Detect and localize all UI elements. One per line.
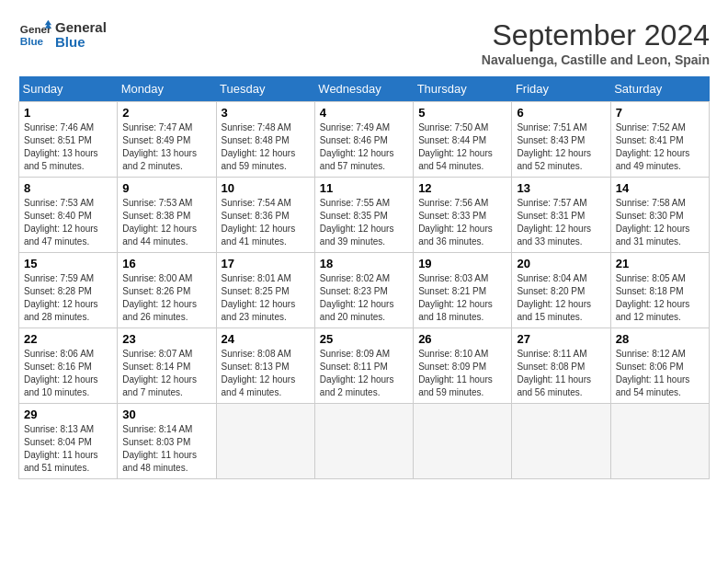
day-number: 22 — [24, 332, 112, 346]
day-header-thursday: Thursday — [414, 76, 512, 102]
day-detail: Sunrise: 7:56 AMSunset: 8:33 PMDaylight:… — [418, 198, 493, 247]
week-row-4: 22 Sunrise: 8:06 AMSunset: 8:16 PMDaylig… — [19, 328, 710, 404]
calendar-cell — [314, 404, 413, 479]
calendar-cell: 19 Sunrise: 8:03 AMSunset: 8:21 PMDaylig… — [414, 253, 512, 328]
day-detail: Sunrise: 8:03 AMSunset: 8:21 PMDaylight:… — [418, 273, 493, 322]
day-number: 18 — [320, 257, 408, 270]
day-detail: Sunrise: 7:51 AMSunset: 8:43 PMDaylight:… — [517, 122, 591, 171]
calendar-cell: 13 Sunrise: 7:57 AMSunset: 8:31 PMDaylig… — [512, 178, 610, 253]
calendar-cell — [610, 404, 709, 479]
day-number: 9 — [122, 181, 210, 195]
day-number: 20 — [517, 257, 605, 270]
calendar-cell: 27 Sunrise: 8:11 AMSunset: 8:08 PMDaylig… — [512, 328, 610, 404]
calendar-cell: 9 Sunrise: 7:53 AMSunset: 8:38 PMDayligh… — [118, 178, 216, 253]
day-number: 26 — [418, 332, 506, 346]
day-number: 8 — [24, 181, 112, 195]
day-header-wednesday: Wednesday — [314, 76, 413, 102]
week-row-2: 8 Sunrise: 7:53 AMSunset: 8:40 PMDayligh… — [19, 178, 710, 253]
day-detail: Sunrise: 8:12 AMSunset: 8:06 PMDaylight:… — [616, 349, 690, 397]
day-detail: Sunrise: 7:59 AMSunset: 8:28 PMDaylight:… — [24, 273, 98, 322]
day-detail: Sunrise: 7:53 AMSunset: 8:38 PMDaylight:… — [122, 198, 197, 247]
calendar-body: 1 Sunrise: 7:46 AMSunset: 8:51 PMDayligh… — [19, 102, 710, 479]
logo-icon: General Blue — [18, 18, 51, 52]
calendar-cell: 25 Sunrise: 8:09 AMSunset: 8:11 PMDaylig… — [314, 328, 413, 404]
day-detail: Sunrise: 8:14 AMSunset: 8:03 PMDaylight:… — [122, 424, 197, 473]
day-detail: Sunrise: 7:47 AMSunset: 8:49 PMDaylight:… — [122, 122, 197, 171]
calendar-cell: 7 Sunrise: 7:52 AMSunset: 8:41 PMDayligh… — [610, 102, 709, 178]
calendar-cell: 14 Sunrise: 7:58 AMSunset: 8:30 PMDaylig… — [610, 178, 709, 253]
calendar-cell: 29 Sunrise: 8:13 AMSunset: 8:04 PMDaylig… — [19, 404, 118, 479]
logo-general: General — [55, 20, 107, 36]
day-number: 1 — [24, 106, 112, 120]
calendar-cell: 10 Sunrise: 7:54 AMSunset: 8:36 PMDaylig… — [216, 178, 314, 253]
day-number: 16 — [122, 257, 210, 270]
day-detail: Sunrise: 7:49 AMSunset: 8:46 PMDaylight:… — [320, 122, 394, 171]
day-header-tuesday: Tuesday — [216, 76, 314, 102]
calendar-cell: 6 Sunrise: 7:51 AMSunset: 8:43 PMDayligh… — [512, 102, 610, 178]
day-detail: Sunrise: 8:06 AMSunset: 8:16 PMDaylight:… — [24, 349, 98, 397]
day-number: 10 — [222, 181, 310, 195]
week-row-5: 29 Sunrise: 8:13 AMSunset: 8:04 PMDaylig… — [19, 404, 710, 479]
day-detail: Sunrise: 8:05 AMSunset: 8:18 PMDaylight:… — [616, 273, 690, 322]
day-detail: Sunrise: 7:57 AMSunset: 8:31 PMDaylight:… — [517, 198, 591, 247]
title-area: September 2024 Navaluenga, Castille and … — [482, 18, 710, 67]
day-number: 19 — [418, 257, 506, 270]
calendar-cell: 2 Sunrise: 7:47 AMSunset: 8:49 PMDayligh… — [118, 102, 216, 178]
day-detail: Sunrise: 7:48 AMSunset: 8:48 PMDaylight:… — [222, 122, 296, 171]
calendar-cell: 26 Sunrise: 8:10 AMSunset: 8:09 PMDaylig… — [414, 328, 512, 404]
week-row-1: 1 Sunrise: 7:46 AMSunset: 8:51 PMDayligh… — [19, 102, 710, 178]
calendar-cell: 24 Sunrise: 8:08 AMSunset: 8:13 PMDaylig… — [216, 328, 314, 404]
day-detail: Sunrise: 7:46 AMSunset: 8:51 PMDaylight:… — [24, 122, 98, 171]
day-detail: Sunrise: 8:08 AMSunset: 8:13 PMDaylight:… — [222, 349, 296, 397]
calendar-cell: 5 Sunrise: 7:50 AMSunset: 8:44 PMDayligh… — [414, 102, 512, 178]
day-detail: Sunrise: 7:52 AMSunset: 8:41 PMDaylight:… — [616, 122, 690, 171]
days-header-row: SundayMondayTuesdayWednesdayThursdayFrid… — [19, 76, 710, 102]
calendar-cell: 12 Sunrise: 7:56 AMSunset: 8:33 PMDaylig… — [414, 178, 512, 253]
day-number: 13 — [517, 181, 605, 195]
calendar-cell: 4 Sunrise: 7:49 AMSunset: 8:46 PMDayligh… — [314, 102, 413, 178]
day-number: 25 — [320, 332, 408, 346]
calendar-cell: 17 Sunrise: 8:01 AMSunset: 8:25 PMDaylig… — [216, 253, 314, 328]
day-header-friday: Friday — [512, 76, 610, 102]
day-header-monday: Monday — [118, 76, 216, 102]
main-title: September 2024 — [482, 18, 710, 52]
day-number: 11 — [320, 181, 408, 195]
day-number: 15 — [24, 257, 112, 270]
day-detail: Sunrise: 8:07 AMSunset: 8:14 PMDaylight:… — [122, 349, 197, 397]
calendar-cell: 22 Sunrise: 8:06 AMSunset: 8:16 PMDaylig… — [19, 328, 118, 404]
day-detail: Sunrise: 7:50 AMSunset: 8:44 PMDaylight:… — [418, 122, 493, 171]
calendar-cell — [414, 404, 512, 479]
day-detail: Sunrise: 8:13 AMSunset: 8:04 PMDaylight:… — [24, 424, 98, 473]
day-detail: Sunrise: 7:58 AMSunset: 8:30 PMDaylight:… — [616, 198, 690, 247]
day-number: 5 — [418, 106, 506, 120]
day-detail: Sunrise: 7:53 AMSunset: 8:40 PMDaylight:… — [24, 198, 98, 247]
day-number: 12 — [418, 181, 506, 195]
day-number: 6 — [517, 106, 605, 120]
logo-blue: Blue — [55, 35, 107, 51]
day-number: 28 — [616, 332, 704, 346]
logo: General Blue General Blue — [18, 18, 107, 52]
day-number: 24 — [222, 332, 310, 346]
week-row-3: 15 Sunrise: 7:59 AMSunset: 8:28 PMDaylig… — [19, 253, 710, 328]
day-header-sunday: Sunday — [19, 76, 118, 102]
day-number: 27 — [517, 332, 605, 346]
day-number: 3 — [222, 106, 310, 120]
day-number: 21 — [616, 257, 704, 270]
calendar-cell: 20 Sunrise: 8:04 AMSunset: 8:20 PMDaylig… — [512, 253, 610, 328]
calendar-cell — [216, 404, 314, 479]
day-detail: Sunrise: 8:10 AMSunset: 8:09 PMDaylight:… — [418, 349, 493, 397]
day-detail: Sunrise: 8:11 AMSunset: 8:08 PMDaylight:… — [517, 349, 591, 397]
day-detail: Sunrise: 7:55 AMSunset: 8:35 PMDaylight:… — [320, 198, 394, 247]
day-number: 7 — [616, 106, 704, 120]
day-detail: Sunrise: 8:01 AMSunset: 8:25 PMDaylight:… — [222, 273, 296, 322]
calendar-cell: 21 Sunrise: 8:05 AMSunset: 8:18 PMDaylig… — [610, 253, 709, 328]
calendar-cell: 30 Sunrise: 8:14 AMSunset: 8:03 PMDaylig… — [118, 404, 216, 479]
calendar-cell: 15 Sunrise: 7:59 AMSunset: 8:28 PMDaylig… — [19, 253, 118, 328]
day-number: 4 — [320, 106, 408, 120]
calendar-cell: 23 Sunrise: 8:07 AMSunset: 8:14 PMDaylig… — [118, 328, 216, 404]
day-detail: Sunrise: 7:54 AMSunset: 8:36 PMDaylight:… — [222, 198, 296, 247]
calendar-cell: 1 Sunrise: 7:46 AMSunset: 8:51 PMDayligh… — [19, 102, 118, 178]
calendar-cell: 8 Sunrise: 7:53 AMSunset: 8:40 PMDayligh… — [19, 178, 118, 253]
calendar-cell: 11 Sunrise: 7:55 AMSunset: 8:35 PMDaylig… — [314, 178, 413, 253]
header: General Blue General Blue September 2024… — [18, 18, 710, 67]
